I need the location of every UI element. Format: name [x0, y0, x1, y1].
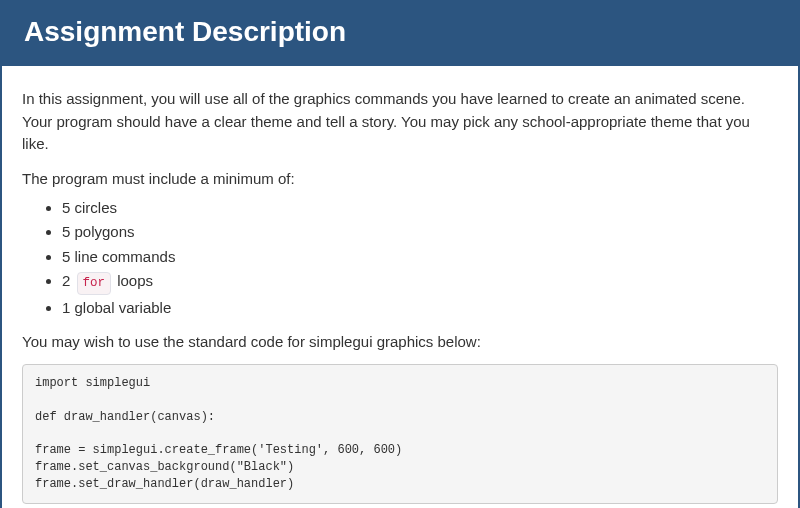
code-lead-in: You may wish to use the standard code fo…: [22, 333, 778, 350]
list-item: 5 line commands: [62, 246, 778, 269]
intro-paragraph: In this assignment, you will use all of …: [22, 88, 778, 156]
content-area: In this assignment, you will use all of …: [2, 66, 798, 508]
assignment-container: Assignment Description In this assignmen…: [0, 0, 800, 508]
requirements-list: 5 circles 5 polygons 5 line commands 2 f…: [22, 197, 778, 320]
list-item-suffix: loops: [113, 272, 153, 289]
code-block: import simplegui def draw_handler(canvas…: [22, 364, 778, 504]
list-item: 1 global variable: [62, 297, 778, 320]
requirements-lead-in: The program must include a minimum of:: [22, 170, 778, 187]
list-item: 5 circles: [62, 197, 778, 220]
list-item: 5 polygons: [62, 221, 778, 244]
list-item-prefix: 2: [62, 272, 75, 289]
page-title: Assignment Description: [24, 16, 776, 48]
code-keyword-for: for: [77, 272, 112, 295]
list-item: 2 for loops: [62, 270, 778, 295]
header-bar: Assignment Description: [2, 2, 798, 66]
